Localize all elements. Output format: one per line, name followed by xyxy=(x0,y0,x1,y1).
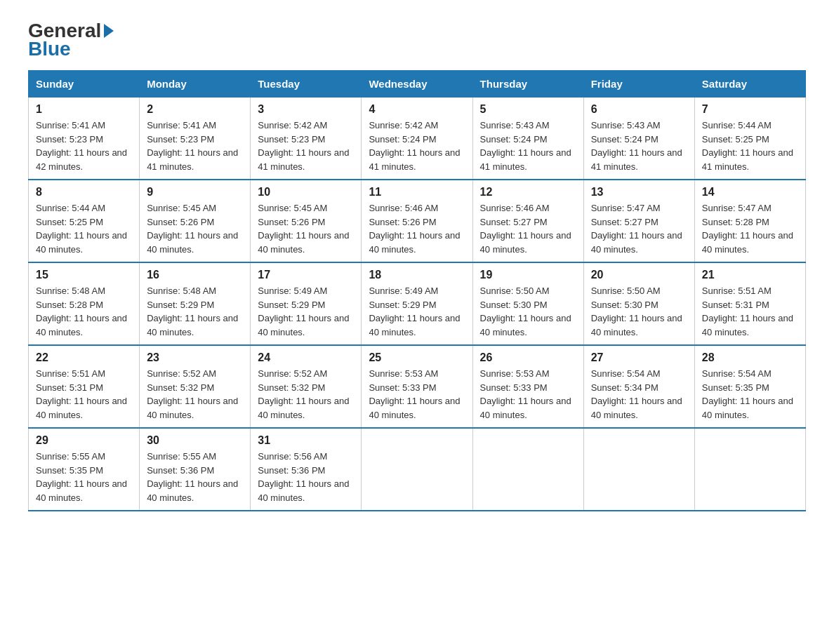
column-header-friday: Friday xyxy=(583,71,694,98)
day-number: 19 xyxy=(480,269,576,281)
calendar-cell: 14 Sunrise: 5:47 AMSunset: 5:28 PMDaylig… xyxy=(694,180,805,262)
column-header-monday: Monday xyxy=(140,71,251,98)
day-info: Sunrise: 5:52 AMSunset: 5:32 PMDaylight:… xyxy=(258,368,349,420)
calendar-cell: 27 Sunrise: 5:54 AMSunset: 5:34 PMDaylig… xyxy=(583,345,694,428)
calendar-cell: 21 Sunrise: 5:51 AMSunset: 5:31 PMDaylig… xyxy=(694,262,805,345)
day-number: 11 xyxy=(369,186,465,199)
day-info: Sunrise: 5:43 AMSunset: 5:24 PMDaylight:… xyxy=(480,120,571,172)
day-number: 1 xyxy=(36,103,132,116)
day-number: 30 xyxy=(147,434,243,447)
calendar-cell: 20 Sunrise: 5:50 AMSunset: 5:30 PMDaylig… xyxy=(583,262,694,345)
calendar-cell xyxy=(362,428,472,511)
day-info: Sunrise: 5:45 AMSunset: 5:26 PMDaylight:… xyxy=(258,203,349,255)
calendar-cell: 8 Sunrise: 5:44 AMSunset: 5:25 PMDayligh… xyxy=(29,180,140,262)
day-number: 5 xyxy=(480,103,576,116)
calendar-table: SundayMondayTuesdayWednesdayThursdayFrid… xyxy=(28,70,806,511)
calendar-cell: 6 Sunrise: 5:43 AMSunset: 5:24 PMDayligh… xyxy=(583,98,694,180)
calendar-cell: 19 Sunrise: 5:50 AMSunset: 5:30 PMDaylig… xyxy=(472,262,583,345)
day-number: 24 xyxy=(258,351,354,364)
day-number: 27 xyxy=(591,351,687,364)
day-number: 26 xyxy=(480,351,576,364)
column-header-thursday: Thursday xyxy=(472,71,583,98)
day-number: 31 xyxy=(258,434,354,447)
day-info: Sunrise: 5:45 AMSunset: 5:26 PMDaylight:… xyxy=(147,203,238,255)
logo-arrow-icon xyxy=(104,24,114,38)
day-info: Sunrise: 5:54 AMSunset: 5:35 PMDaylight:… xyxy=(702,368,793,420)
day-number: 16 xyxy=(147,269,243,281)
calendar-cell: 24 Sunrise: 5:52 AMSunset: 5:32 PMDaylig… xyxy=(251,345,362,428)
calendar-cell: 16 Sunrise: 5:48 AMSunset: 5:29 PMDaylig… xyxy=(140,262,251,345)
day-number: 23 xyxy=(147,351,243,364)
header: General Blue xyxy=(28,21,806,59)
day-info: Sunrise: 5:43 AMSunset: 5:24 PMDaylight:… xyxy=(591,120,682,172)
calendar-cell: 26 Sunrise: 5:53 AMSunset: 5:33 PMDaylig… xyxy=(472,345,583,428)
day-number: 17 xyxy=(258,269,354,281)
day-number: 12 xyxy=(480,186,576,199)
day-info: Sunrise: 5:48 AMSunset: 5:28 PMDaylight:… xyxy=(36,286,127,337)
column-header-sunday: Sunday xyxy=(29,71,140,98)
calendar-cell: 29 Sunrise: 5:55 AMSunset: 5:35 PMDaylig… xyxy=(29,428,140,511)
day-number: 2 xyxy=(147,103,243,116)
logo: General Blue xyxy=(28,21,114,59)
day-number: 20 xyxy=(591,269,687,281)
calendar-header: SundayMondayTuesdayWednesdayThursdayFrid… xyxy=(29,71,806,98)
day-info: Sunrise: 5:51 AMSunset: 5:31 PMDaylight:… xyxy=(36,368,127,420)
calendar-cell: 30 Sunrise: 5:55 AMSunset: 5:36 PMDaylig… xyxy=(140,428,251,511)
day-info: Sunrise: 5:50 AMSunset: 5:30 PMDaylight:… xyxy=(480,286,571,337)
day-number: 21 xyxy=(702,269,798,281)
day-number: 10 xyxy=(258,186,354,199)
day-info: Sunrise: 5:47 AMSunset: 5:28 PMDaylight:… xyxy=(702,203,793,255)
calendar-cell: 5 Sunrise: 5:43 AMSunset: 5:24 PMDayligh… xyxy=(472,98,583,180)
day-info: Sunrise: 5:53 AMSunset: 5:33 PMDaylight:… xyxy=(480,368,571,420)
calendar-cell: 1 Sunrise: 5:41 AMSunset: 5:23 PMDayligh… xyxy=(29,98,140,180)
day-info: Sunrise: 5:53 AMSunset: 5:33 PMDaylight:… xyxy=(369,368,460,420)
day-info: Sunrise: 5:49 AMSunset: 5:29 PMDaylight:… xyxy=(369,286,460,337)
header-row: SundayMondayTuesdayWednesdayThursdayFrid… xyxy=(29,71,806,98)
calendar-cell: 4 Sunrise: 5:42 AMSunset: 5:24 PMDayligh… xyxy=(362,98,472,180)
day-number: 9 xyxy=(147,186,243,199)
calendar-cell: 9 Sunrise: 5:45 AMSunset: 5:26 PMDayligh… xyxy=(140,180,251,262)
day-info: Sunrise: 5:44 AMSunset: 5:25 PMDaylight:… xyxy=(36,203,127,255)
day-number: 15 xyxy=(36,269,132,281)
day-info: Sunrise: 5:48 AMSunset: 5:29 PMDaylight:… xyxy=(147,286,238,337)
calendar-cell: 18 Sunrise: 5:49 AMSunset: 5:29 PMDaylig… xyxy=(362,262,472,345)
calendar-cell: 22 Sunrise: 5:51 AMSunset: 5:31 PMDaylig… xyxy=(29,345,140,428)
logo-blue-text: Blue xyxy=(28,39,71,59)
calendar-cell: 28 Sunrise: 5:54 AMSunset: 5:35 PMDaylig… xyxy=(694,345,805,428)
column-header-tuesday: Tuesday xyxy=(251,71,362,98)
day-info: Sunrise: 5:44 AMSunset: 5:25 PMDaylight:… xyxy=(702,120,793,172)
day-info: Sunrise: 5:49 AMSunset: 5:29 PMDaylight:… xyxy=(258,286,349,337)
day-info: Sunrise: 5:50 AMSunset: 5:30 PMDaylight:… xyxy=(591,286,682,337)
week-row: 15 Sunrise: 5:48 AMSunset: 5:28 PMDaylig… xyxy=(29,262,806,345)
calendar-body: 1 Sunrise: 5:41 AMSunset: 5:23 PMDayligh… xyxy=(29,98,806,511)
calendar-cell xyxy=(694,428,805,511)
day-info: Sunrise: 5:41 AMSunset: 5:23 PMDaylight:… xyxy=(147,120,238,172)
calendar-cell: 2 Sunrise: 5:41 AMSunset: 5:23 PMDayligh… xyxy=(140,98,251,180)
calendar-cell: 7 Sunrise: 5:44 AMSunset: 5:25 PMDayligh… xyxy=(694,98,805,180)
calendar-cell xyxy=(583,428,694,511)
calendar-cell: 31 Sunrise: 5:56 AMSunset: 5:36 PMDaylig… xyxy=(251,428,362,511)
day-info: Sunrise: 5:56 AMSunset: 5:36 PMDaylight:… xyxy=(258,451,349,503)
calendar-cell: 11 Sunrise: 5:46 AMSunset: 5:26 PMDaylig… xyxy=(362,180,472,262)
day-number: 29 xyxy=(36,434,132,447)
week-row: 1 Sunrise: 5:41 AMSunset: 5:23 PMDayligh… xyxy=(29,98,806,180)
week-row: 22 Sunrise: 5:51 AMSunset: 5:31 PMDaylig… xyxy=(29,345,806,428)
day-number: 6 xyxy=(591,103,687,116)
day-info: Sunrise: 5:46 AMSunset: 5:26 PMDaylight:… xyxy=(369,203,460,255)
calendar-cell: 25 Sunrise: 5:53 AMSunset: 5:33 PMDaylig… xyxy=(362,345,472,428)
calendar-cell: 10 Sunrise: 5:45 AMSunset: 5:26 PMDaylig… xyxy=(251,180,362,262)
day-info: Sunrise: 5:51 AMSunset: 5:31 PMDaylight:… xyxy=(702,286,793,337)
day-info: Sunrise: 5:55 AMSunset: 5:36 PMDaylight:… xyxy=(147,451,238,503)
week-row: 8 Sunrise: 5:44 AMSunset: 5:25 PMDayligh… xyxy=(29,180,806,262)
day-number: 14 xyxy=(702,186,798,199)
day-info: Sunrise: 5:41 AMSunset: 5:23 PMDaylight:… xyxy=(36,120,127,172)
column-header-saturday: Saturday xyxy=(694,71,805,98)
calendar-cell: 12 Sunrise: 5:46 AMSunset: 5:27 PMDaylig… xyxy=(472,180,583,262)
day-info: Sunrise: 5:42 AMSunset: 5:23 PMDaylight:… xyxy=(258,120,349,172)
calendar-cell: 15 Sunrise: 5:48 AMSunset: 5:28 PMDaylig… xyxy=(29,262,140,345)
day-number: 25 xyxy=(369,351,465,364)
day-info: Sunrise: 5:54 AMSunset: 5:34 PMDaylight:… xyxy=(591,368,682,420)
day-number: 13 xyxy=(591,186,687,199)
day-info: Sunrise: 5:46 AMSunset: 5:27 PMDaylight:… xyxy=(480,203,571,255)
day-number: 28 xyxy=(702,351,798,364)
